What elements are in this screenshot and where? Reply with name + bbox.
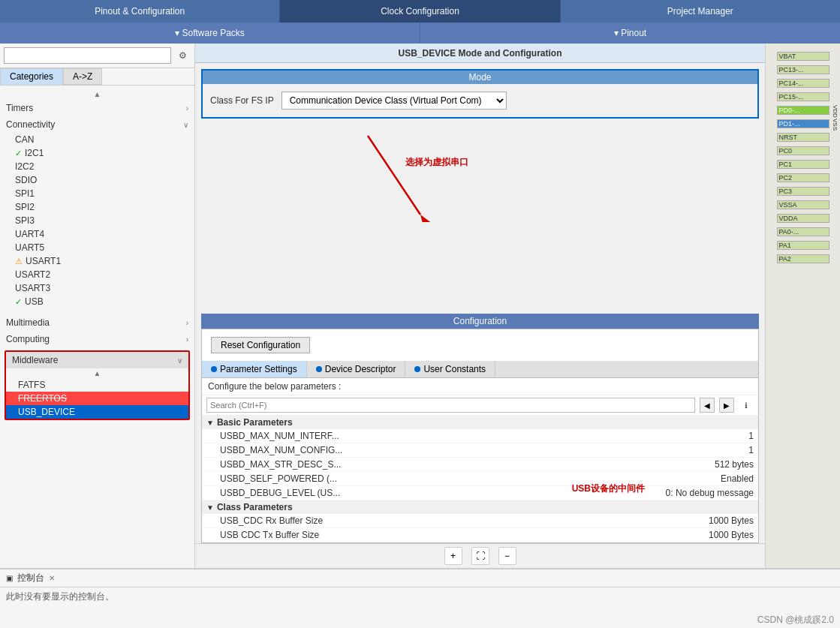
pin-pd0: PD0-... [777, 106, 829, 115]
tab-az[interactable]: A->Z [63, 68, 102, 85]
param-row-4: USBD_DEBUG_LEVEL (US... 0: No debug mess… [202, 486, 758, 500]
bottom-panel-footer: CSDN @桃成蹊2.0 [0, 612, 840, 628]
pin-pd1: PD1-... [777, 119, 829, 128]
sidebar-item-uart5[interactable]: UART5 [0, 241, 194, 254]
chevron-right-icon-mm: › [186, 319, 188, 327]
tab-user-constants[interactable]: User Constants [405, 361, 495, 377]
search-next-btn[interactable]: ▶ [719, 398, 734, 413]
basic-params-header[interactable]: ▼ Basic Parameters [202, 416, 758, 429]
sidebar-item-usart3[interactable]: USART3 [0, 281, 194, 295]
sidebar-content: ▲ Timers › Connectivity ∨ CAN [0, 86, 194, 568]
console-close-icon[interactable]: ✕ [49, 574, 55, 582]
param-row-1: USBD_MAX_NUM_CONFIG... 1 [202, 443, 758, 458]
chevron-right-icon: › [186, 104, 188, 113]
annotation-arrow [345, 125, 495, 222]
sidebar-search-row: ⚙ [0, 44, 194, 68]
top-nav: Pinout & Configuration Clock Configurati… [0, 0, 840, 23]
sidebar-item-usart1[interactable]: ⚠ USART1 [0, 254, 194, 268]
sidebar-section-connectivity[interactable]: Connectivity ∨ [0, 116, 194, 133]
param-row-3: USBD_SELF_POWERED (... Enabled [202, 472, 758, 486]
class-select[interactable]: Communication Device Class (Virtual Port… [282, 92, 507, 110]
sidebar-item-freertos[interactable]: FREERTOS [6, 392, 188, 405]
sidebar-section-timers[interactable]: Timers › [0, 100, 194, 116]
sidebar-tabs: Categories A->Z [0, 68, 194, 86]
mode-section: Mode Class For FS IP Communication Devic… [201, 69, 759, 119]
vdd-label: VDD [832, 105, 838, 118]
pin-pc0: PC0 [777, 146, 829, 155]
sidebar-search-input[interactable] [4, 47, 171, 64]
tab-categories[interactable]: Categories [0, 68, 63, 85]
params-search-row: ◀ ▶ ℹ [202, 395, 758, 416]
class-label: Class For FS IP [210, 95, 274, 106]
pin-pa2: PA2 [777, 254, 829, 263]
sub-nav: ▾ Software Packs ▾ Pinout [0, 23, 840, 44]
sidebar-item-usb[interactable]: ✓ USB [0, 295, 194, 308]
check-icon: ✓ [15, 149, 22, 158]
connectivity-items: CAN ✓ I2C1 I2C2 SDIO SPI1 [0, 133, 194, 308]
sidebar-item-sdio[interactable]: SDIO [0, 173, 194, 187]
class-params-header[interactable]: ▼ Class Parameters [202, 500, 758, 514]
sidebar-item-spi1[interactable]: SPI1 [0, 187, 194, 200]
mode-content: Class For FS IP Communication Device Cla… [203, 84, 757, 117]
nav-clock[interactable]: Clock Configuration [280, 0, 560, 23]
param-row-2: USBD_MAX_STR_DESC_S... 512 bytes [202, 458, 758, 472]
tab-parameter-settings[interactable]: Parameter Settings [202, 361, 307, 377]
fit-btn[interactable]: ⛶ [471, 547, 489, 565]
scroll-up[interactable]: ▲ [0, 89, 194, 100]
tab-dot-user [414, 366, 420, 372]
vss-label: VSS [832, 119, 838, 131]
sidebar-item-usb-device[interactable]: USB_DEVICE [6, 405, 188, 419]
zoom-in-btn[interactable]: + [444, 547, 462, 565]
sidebar-item-can[interactable]: CAN [0, 133, 194, 146]
sidebar-item-fatfs[interactable]: FATFS [6, 378, 188, 392]
class-param-row-0: USB_CDC Rx Buffer Size 1000 Bytes [202, 514, 758, 528]
zoom-out-btn[interactable]: − [498, 547, 516, 565]
sidebar-item-i2c2[interactable]: I2C2 [0, 160, 194, 173]
pin-pc15: PC15-... [777, 92, 829, 101]
sidebar-item-uart4[interactable]: UART4 [0, 227, 194, 241]
zoom-controls: + ⛶ − [195, 543, 765, 568]
sidebar: ⚙ Categories A->Z ▲ Timers › [0, 44, 195, 568]
bottom-panel-header: ▣ 控制台 ✕ [0, 569, 840, 587]
params-search-input[interactable] [206, 398, 695, 413]
sidebar-item-spi2[interactable]: SPI2 [0, 200, 194, 214]
params-label: Configure the below parameters : [202, 378, 758, 395]
chevron-right-icon-comp: › [186, 335, 188, 344]
pin-vbat: VBAT [777, 52, 829, 61]
tab-dot-device [316, 366, 322, 372]
sidebar-item-spi3[interactable]: SPI3 [0, 214, 194, 227]
search-prev-btn[interactable]: ◀ [700, 398, 715, 413]
chevron-down-icon: ∨ [183, 121, 188, 129]
settings-icon[interactable]: ⚙ [174, 47, 191, 64]
info-icon: ℹ [739, 398, 754, 413]
bottom-panel-content: 此时没有要显示的控制台。 [0, 587, 840, 612]
sidebar-item-i2c1[interactable]: ✓ I2C1 [0, 146, 194, 160]
reset-config-button[interactable]: Reset Configuration [211, 337, 310, 353]
pin-pc3: PC3 [777, 187, 829, 196]
tab-dot-params [211, 366, 217, 372]
scroll-up-mw[interactable]: ▲ [6, 368, 188, 378]
chip-area: VBAT PC13-... PC14-... PC15-... PD0-... … [765, 44, 840, 568]
sidebar-item-usart2[interactable]: USART2 [0, 268, 194, 281]
bottom-panel: ▣ 控制台 ✕ 此时没有要显示的控制台。 CSDN @桃成蹊2.0 [0, 568, 840, 628]
tab-device-descriptor[interactable]: Device Descriptor [307, 361, 406, 377]
middleware-section: Middleware ∨ ▲ FATFS FREERTOS USB_DEVICE [5, 350, 190, 420]
pin-pc14: PC14-... [777, 79, 829, 88]
pin-nrst: NRST [777, 133, 829, 142]
sidebar-section-computing[interactable]: Computing › [0, 331, 194, 347]
class-params-group: ▼ Class Parameters USB_CDC Rx Buffer Siz… [202, 500, 758, 542]
mode-title: Mode [203, 71, 757, 84]
pin-vssa: VSSA [777, 200, 829, 209]
annotation-area: 选择为虚拟串口 [195, 125, 765, 314]
pin-pa0: PA0-... [777, 227, 829, 236]
subnav-software-packs[interactable]: ▾ Software Packs [0, 23, 420, 44]
nav-pinout[interactable]: Pinout & Configuration [0, 0, 280, 23]
config-body: Reset Configuration Parameter Settings D… [201, 329, 759, 543]
sidebar-section-multimedia[interactable]: Multimedia › [0, 314, 194, 331]
panel-title: USB_DEVICE Mode and Configuration [195, 44, 765, 63]
sidebar-section-middleware[interactable]: Middleware ∨ [6, 352, 188, 368]
nav-project[interactable]: Project Manager [561, 0, 840, 23]
check-icon-usb: ✓ [15, 297, 22, 307]
pin-pc2: PC2 [777, 173, 829, 182]
subnav-pinout[interactable]: ▾ Pinout [420, 23, 840, 44]
